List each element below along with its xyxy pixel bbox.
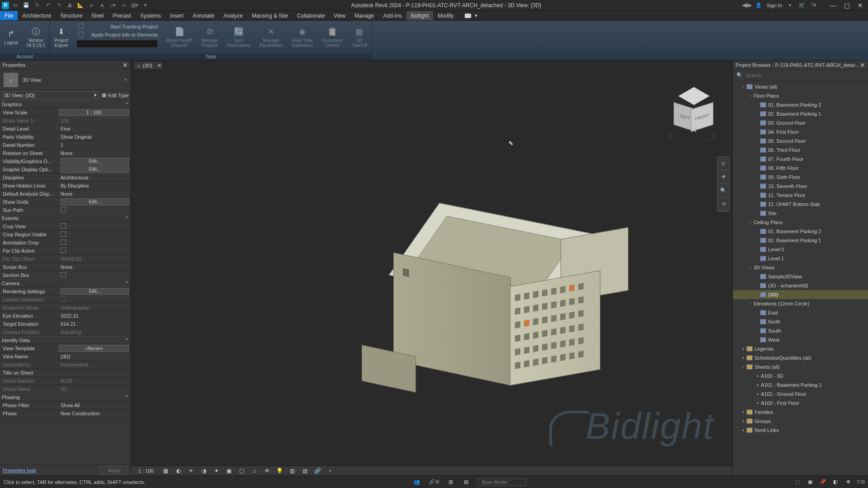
- checkbox-icon[interactable]: [61, 272, 66, 277]
- tree-item[interactable]: Site: [733, 209, 868, 218]
- tree-node-groups[interactable]: +Groups: [733, 417, 868, 426]
- tree-item-active[interactable]: {3D}: [733, 290, 868, 299]
- tree-item[interactable]: East: [733, 308, 868, 317]
- tree-item[interactable]: 07. Fourth Floor: [733, 155, 868, 164]
- camera-toggle[interactable]: ▾: [461, 11, 481, 20]
- tab-modify[interactable]: Modify: [433, 11, 458, 20]
- viewcube-front[interactable]: FRONT: [691, 102, 713, 132]
- prop-graphic-display[interactable]: Graphic Display Opti...Edit...: [0, 165, 131, 174]
- prop-view-template[interactable]: View Template<None>: [0, 344, 131, 352]
- tree-item[interactable]: +A100 - 3D: [733, 371, 868, 380]
- group-extents[interactable]: Extents⌃: [0, 214, 131, 222]
- tree-item[interactable]: 01. Basement Parking 2: [733, 100, 868, 109]
- visual-style-button[interactable]: ◐: [175, 467, 183, 474]
- manage-projects-button[interactable]: ⚙Manage Projects: [197, 21, 222, 53]
- type-selector[interactable]: ⌂ 3D View ▾: [0, 70, 131, 90]
- save-icon[interactable]: 💾: [23, 2, 30, 9]
- tab-massing-site[interactable]: Massing & Site: [247, 11, 292, 20]
- prop-sun-path[interactable]: Sun Path: [0, 206, 131, 214]
- temp-hide-button[interactable]: 👁: [263, 467, 271, 474]
- tree-item[interactable]: 09. Sixth Floor: [733, 173, 868, 182]
- tree-node-links[interactable]: +Revit Links: [733, 426, 868, 435]
- prop-scope-box[interactable]: Scope BoxNone: [0, 263, 131, 271]
- workset-selector[interactable]: Main Model: [478, 479, 526, 486]
- help-icon[interactable]: ?▾: [810, 2, 817, 9]
- prop-eye-elevation[interactable]: Eye Elevation1022.31: [0, 312, 131, 320]
- group-graphics[interactable]: Graphics⌃: [0, 100, 131, 108]
- edit-button[interactable]: Edit...: [61, 166, 129, 173]
- tab-file[interactable]: File: [0, 11, 18, 20]
- sign-in-link[interactable]: Sign In: [767, 3, 782, 8]
- manage-parameters-button[interactable]: ✕Manage Parameters: [255, 21, 288, 53]
- user-icon[interactable]: 👤: [755, 2, 762, 9]
- edit-type-button[interactable]: ▦Edit Type: [102, 92, 129, 98]
- viewcube-top[interactable]: [678, 87, 710, 105]
- tree-node-floor-plans[interactable]: −Floor Plans: [733, 91, 868, 100]
- workset-icon[interactable]: 👥: [413, 479, 420, 486]
- zoom-button[interactable]: 🔍: [717, 184, 729, 197]
- tree-item[interactable]: West: [733, 335, 868, 344]
- select-underlay-icon[interactable]: ▣: [807, 479, 814, 486]
- prop-annotation-crop[interactable]: Annotation Crop: [0, 239, 131, 247]
- view-scale-selector[interactable]: 1 : 100: [135, 468, 157, 474]
- tab-view[interactable]: View: [329, 11, 350, 20]
- close-views-icon[interactable]: ▥▾: [131, 2, 138, 9]
- edit-button[interactable]: Edit...: [61, 288, 129, 295]
- tree-node-views[interactable]: −Views (all): [733, 82, 868, 91]
- sync-parameters-button[interactable]: 🔄Sync Parameters: [222, 21, 255, 53]
- apps-icon[interactable]: ▾: [787, 2, 794, 9]
- tree-item[interactable]: 02. Basement Parking 1: [733, 109, 868, 118]
- tree-item[interactable]: {3D - schandre50}: [733, 281, 868, 290]
- prop-discipline[interactable]: DisciplineArchitectural: [0, 174, 131, 182]
- prop-rotation[interactable]: Rotation on SheetNone: [0, 149, 131, 157]
- checkbox-icon[interactable]: [61, 248, 66, 253]
- prop-title-on-sheet[interactable]: Title on Sheet: [0, 369, 131, 377]
- undo-icon[interactable]: ↶: [44, 2, 52, 9]
- home-icon[interactable]: ⌂▾: [109, 2, 117, 9]
- 2d-takeoff-button[interactable]: ▦2D TakeOff: [347, 21, 372, 53]
- prop-detail-level[interactable]: Detail LevelFine: [0, 125, 131, 133]
- prop-show-grids[interactable]: Show GridsEdit...: [0, 198, 131, 206]
- search-icon[interactable]: ◀▮▶: [743, 2, 750, 9]
- search-input[interactable]: [745, 73, 864, 78]
- orbit-button[interactable]: ⟲: [717, 197, 729, 211]
- tree-item[interactable]: 05. Second Floor: [733, 136, 868, 145]
- tree-node-schedules[interactable]: +Schedules/Quantities (all): [733, 353, 868, 362]
- edit-button[interactable]: Edit...: [61, 198, 129, 206]
- apply-info-checkbox[interactable]: Apply Project Info to Elements: [73, 31, 161, 39]
- group-camera[interactable]: Camera⌃: [0, 279, 131, 287]
- worksharing-button[interactable]: ▥: [288, 467, 297, 474]
- checkbox-icon[interactable]: [61, 239, 66, 245]
- print-icon[interactable]: 🖶: [66, 2, 73, 9]
- select-links-icon[interactable]: ⬚: [794, 479, 801, 486]
- analytical-button[interactable]: ▤: [301, 467, 309, 474]
- prop-crop-view[interactable]: Crop View: [0, 222, 131, 230]
- prop-default-analysis[interactable]: Default Analysis Disp...None: [0, 190, 131, 198]
- tree-item[interactable]: Level 0: [733, 245, 868, 254]
- select-face-icon[interactable]: ◧: [832, 479, 839, 486]
- prop-rendering-settings[interactable]: Rendering SettingsEdit...: [0, 287, 131, 296]
- sun-path-button[interactable]: ☀: [187, 467, 195, 474]
- maximize-button[interactable]: ▢: [841, 1, 853, 9]
- apply-button[interactable]: Apply: [100, 466, 128, 474]
- tree-item[interactable]: 10. Seventh Floor: [733, 182, 868, 191]
- prop-view-scale[interactable]: View Scale1 : 100: [0, 108, 131, 117]
- prop-detail-number[interactable]: Detail Number1: [0, 141, 131, 149]
- link-display-button[interactable]: 🔗: [314, 467, 322, 474]
- open-icon[interactable]: ▭: [12, 2, 19, 9]
- properties-close-button[interactable]: ✕: [123, 61, 128, 69]
- pan-button[interactable]: ✥: [717, 170, 729, 184]
- compass-ring[interactable]: [669, 129, 714, 143]
- crop-button[interactable]: ▣: [225, 467, 233, 474]
- prop-crop-visible[interactable]: Crop Region Visible: [0, 230, 131, 239]
- tree-item[interactable]: 06. Third Floor: [733, 145, 868, 155]
- tree-item[interactable]: South: [733, 326, 868, 335]
- prop-far-clip[interactable]: Far Clip Active: [0, 247, 131, 255]
- close-button[interactable]: ✕: [854, 1, 866, 9]
- document-control-button[interactable]: 📋Document Control: [317, 21, 347, 53]
- model-health-checker-button[interactable]: 📄Model Health Checker: [161, 21, 197, 53]
- tree-node-elevations[interactable]: −Elevations (12mm Circle): [733, 299, 868, 308]
- scroll-left-icon[interactable]: ‹: [326, 467, 335, 474]
- tree-item[interactable]: +A101 - Basement Parking 1: [733, 380, 868, 389]
- close-tab-button[interactable]: ✕: [157, 63, 161, 69]
